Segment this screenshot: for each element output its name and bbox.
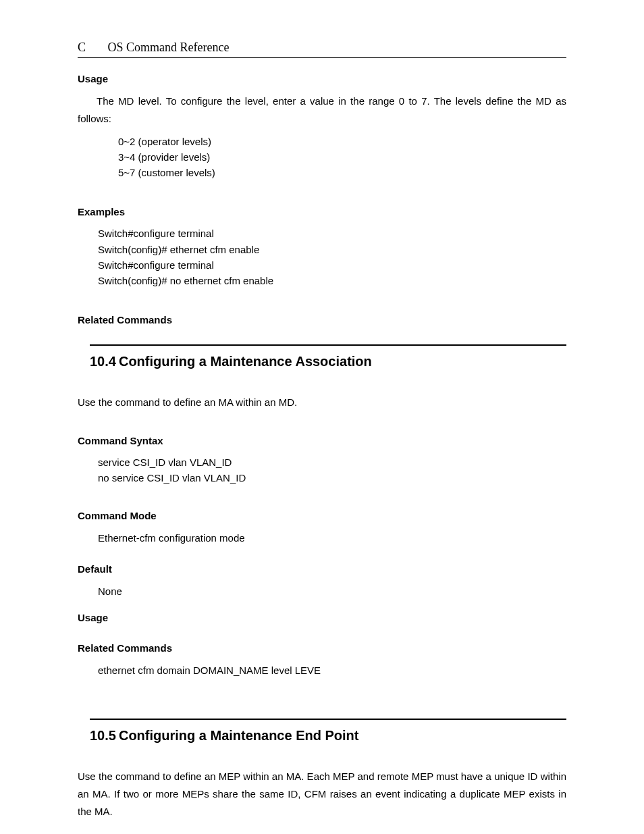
section-title: Configuring a Maintenance Association bbox=[119, 354, 372, 369]
related-value: ethernet cfm domain DOMAIN_NAME level LE… bbox=[98, 662, 566, 679]
section-10-5-heading: 10.5Configuring a Maintenance End Point bbox=[90, 728, 566, 744]
usage-text: The MD level. To configure the level, en… bbox=[78, 93, 566, 128]
section-rule bbox=[90, 344, 566, 346]
default-value: None bbox=[98, 583, 566, 600]
code-line: Switch#configure terminal bbox=[98, 257, 566, 273]
section-10-4-heading: 10.4Configuring a Maintenance Associatio… bbox=[90, 354, 566, 369]
usage-heading-2: Usage bbox=[78, 612, 566, 623]
syntax-heading-2: Command Syntax bbox=[78, 832, 566, 835]
section-number: 10.5 bbox=[90, 728, 116, 743]
default-heading: Default bbox=[78, 563, 566, 575]
syntax-block: service CSI_ID vlan VLAN_ID no service C… bbox=[98, 454, 566, 486]
code-line: no service CSI_ID vlan VLAN_ID bbox=[98, 470, 566, 486]
header-title: OS Command Reference bbox=[108, 41, 230, 54]
list-item: 0~2 (operator levels) bbox=[118, 134, 566, 149]
related-heading: Related Commands bbox=[78, 314, 566, 325]
section-intro: Use the command to define an MA within a… bbox=[78, 394, 566, 411]
usage-heading: Usage bbox=[78, 73, 566, 84]
list-item: 5~7 (customer levels) bbox=[118, 165, 566, 180]
header-left: C bbox=[78, 41, 105, 55]
running-header: C OS Command Reference bbox=[78, 41, 566, 58]
code-line: Switch(config)# no ethernet cfm enable bbox=[98, 273, 566, 288]
syntax-heading: Command Syntax bbox=[78, 435, 566, 446]
section-rule bbox=[90, 719, 566, 720]
document-page: C OS Command Reference Usage The MD leve… bbox=[0, 0, 644, 834]
code-line: service CSI_ID vlan VLAN_ID bbox=[98, 454, 566, 470]
related-heading-2: Related Commands bbox=[78, 642, 566, 654]
list-item: 3~4 (provider levels) bbox=[118, 149, 566, 165]
level-list: 0~2 (operator levels) 3~4 (provider leve… bbox=[118, 134, 566, 181]
code-line: Switch#configure terminal bbox=[98, 226, 566, 241]
mode-value: Ethernet-cfm configuration mode bbox=[98, 529, 566, 547]
section-number: 10.4 bbox=[90, 354, 116, 369]
code-line: Switch(config)# ethernet cfm enable bbox=[98, 242, 566, 257]
mode-heading: Command Mode bbox=[78, 510, 566, 521]
section-title: Configuring a Maintenance End Point bbox=[119, 728, 359, 743]
examples-block: Switch#configure terminal Switch(config)… bbox=[98, 226, 566, 288]
examples-heading: Examples bbox=[78, 206, 566, 217]
section-intro: Use the command to define an MEP within … bbox=[78, 768, 566, 821]
